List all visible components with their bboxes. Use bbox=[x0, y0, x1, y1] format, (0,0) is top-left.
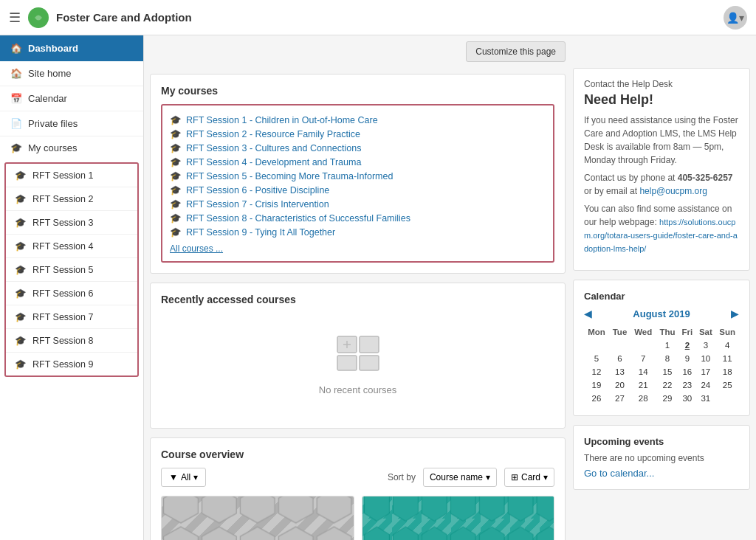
course-link-1[interactable]: 🎓 RFT Session 1 - Children in Out-of-Hom… bbox=[170, 113, 546, 127]
cal-day[interactable]: 19 bbox=[584, 378, 609, 392]
cal-day[interactable]: 5 bbox=[584, 352, 609, 365]
cal-prev-button[interactable]: ◀ bbox=[584, 308, 592, 319]
sidebar-item-private-files[interactable]: 📄 Private files bbox=[0, 111, 143, 136]
file-icon: 📄 bbox=[10, 118, 22, 129]
course-overview-title: Course overview bbox=[161, 449, 554, 460]
sort-select-button[interactable]: Course name ▾ bbox=[423, 468, 497, 487]
course-overview-card: Course overview ▼ All ▾ Sort by Course n… bbox=[150, 437, 566, 540]
hamburger-menu[interactable]: ☰ bbox=[9, 10, 21, 26]
cal-day[interactable]: 10 bbox=[695, 352, 715, 365]
sidebar-session-2[interactable]: 🎓 RFT Session 2 bbox=[6, 187, 137, 211]
course-link-2[interactable]: 🎓 RFT Session 2 - Resource Family Practi… bbox=[170, 127, 546, 141]
cal-day[interactable]: 21 bbox=[630, 378, 656, 392]
cal-day[interactable]: 3 bbox=[695, 339, 715, 352]
view-select-button[interactable]: ⊞ Card ▾ bbox=[504, 468, 554, 487]
course-name: RFT Session 2 - Resource Family Practice bbox=[186, 129, 360, 139]
cal-day[interactable]: 1 bbox=[656, 339, 679, 352]
help-email-link[interactable]: help@oucpm.org bbox=[639, 186, 707, 196]
course-card-thumb-1 bbox=[162, 496, 354, 540]
cal-day[interactable]: 13 bbox=[609, 365, 630, 378]
sidebar-session-5[interactable]: 🎓 RFT Session 5 bbox=[6, 258, 137, 282]
app-logo bbox=[28, 7, 49, 28]
cal-day[interactable]: 30 bbox=[678, 392, 695, 405]
sidebar-session-6[interactable]: 🎓 RFT Session 6 bbox=[6, 282, 137, 305]
cal-next-button[interactable]: ▶ bbox=[731, 308, 739, 319]
cap-icon: 🎓 bbox=[15, 288, 27, 299]
sidebar-session-4[interactable]: 🎓 RFT Session 4 bbox=[6, 235, 137, 258]
course-link-9[interactable]: 🎓 RFT Session 9 - Tying It All Together bbox=[170, 225, 546, 239]
customize-button[interactable]: Customize this page bbox=[466, 41, 566, 62]
sidebar-item-calendar[interactable]: 📅 Calendar bbox=[0, 86, 143, 111]
sidebar-session-8[interactable]: 🎓 RFT Session 8 bbox=[6, 329, 137, 353]
course-link-3[interactable]: 🎓 RFT Session 3 - Cultures and Connectio… bbox=[170, 141, 546, 155]
cap-icon: 🎓 bbox=[15, 240, 27, 252]
filter-button[interactable]: ▼ All ▾ bbox=[161, 468, 206, 487]
cal-header-tue: Tue bbox=[609, 325, 630, 339]
cap-icon: 🎓 bbox=[170, 170, 182, 181]
my-courses-card: My courses 🎓 RFT Session 1 - Children in… bbox=[150, 74, 566, 274]
chevron-down-icon: ▾ bbox=[486, 472, 490, 482]
cap-icon: 🎓 bbox=[15, 311, 27, 322]
my-courses-box: 🎓 RFT Session 1 - Children in Out-of-Hom… bbox=[161, 104, 554, 263]
cal-day[interactable]: 20 bbox=[609, 378, 630, 392]
cal-day[interactable]: 18 bbox=[715, 365, 739, 378]
no-recent-text: No recent courses bbox=[319, 384, 397, 395]
help-text-2: Contact us by phone at bbox=[584, 173, 675, 183]
svg-rect-2 bbox=[360, 336, 379, 353]
cal-day[interactable]: 29 bbox=[656, 392, 679, 405]
cal-day[interactable]: 23 bbox=[678, 378, 695, 392]
cal-day[interactable]: 25 bbox=[715, 378, 739, 392]
course-name: RFT Session 5 - Becoming More Trauma-Inf… bbox=[186, 171, 393, 181]
course-link-8[interactable]: 🎓 RFT Session 8 - Characteristics of Suc… bbox=[170, 211, 546, 225]
cal-header-wed: Wed bbox=[630, 325, 656, 339]
course-link-4[interactable]: 🎓 RFT Session 4 - Development and Trauma bbox=[170, 155, 546, 169]
main-layout: 🏠 Dashboard 🏠 Site home 📅 Calendar 📄 Pri… bbox=[0, 35, 756, 540]
sidebar-session-7[interactable]: 🎓 RFT Session 7 bbox=[6, 305, 137, 329]
cal-day[interactable]: 22 bbox=[656, 378, 679, 392]
session-label: RFT Session 6 bbox=[32, 288, 93, 299]
course-name: RFT Session 8 - Characteristics of Succe… bbox=[186, 213, 410, 224]
cal-day[interactable]: 4 bbox=[715, 339, 739, 352]
svg-rect-3 bbox=[337, 356, 357, 370]
sidebar-item-site-home[interactable]: 🏠 Site home bbox=[0, 61, 143, 86]
course-link-7[interactable]: 🎓 RFT Session 7 - Crisis Intervention bbox=[170, 197, 546, 211]
cal-day[interactable]: 27 bbox=[609, 392, 630, 405]
cal-day[interactable]: 24 bbox=[695, 378, 715, 392]
cal-day[interactable]: 28 bbox=[630, 392, 656, 405]
cal-header-mon: Mon bbox=[584, 325, 609, 339]
cal-day[interactable]: 9 bbox=[678, 352, 695, 365]
cal-day[interactable]: 12 bbox=[584, 365, 609, 378]
cal-day[interactable]: 6 bbox=[609, 352, 630, 365]
cal-day[interactable]: 14 bbox=[630, 365, 656, 378]
cap-icon: 🎓 bbox=[15, 217, 27, 228]
cal-day[interactable]: 15 bbox=[656, 365, 679, 378]
my-courses-card-title: My courses bbox=[161, 85, 554, 97]
cal-day[interactable]: 8 bbox=[656, 352, 679, 365]
cal-day[interactable]: 17 bbox=[695, 365, 715, 378]
session-label: RFT Session 7 bbox=[32, 312, 93, 322]
user-avatar[interactable]: 👤▾ bbox=[724, 6, 747, 30]
course-link-5[interactable]: 🎓 RFT Session 5 - Becoming More Trauma-I… bbox=[170, 169, 546, 183]
cal-day[interactable]: 11 bbox=[715, 352, 739, 365]
sidebar-session-1[interactable]: 🎓 RFT Session 1 bbox=[6, 164, 137, 187]
upcoming-events-card: Upcoming events There are no upcoming ev… bbox=[573, 425, 750, 490]
session-label: RFT Session 3 bbox=[32, 218, 93, 228]
filter-label: All bbox=[181, 472, 190, 482]
cal-day[interactable]: 31 bbox=[695, 392, 715, 405]
cal-day bbox=[584, 339, 609, 352]
calendar-card: Calendar ◀ August 2019 ▶ Mon Tue Wed Th bbox=[573, 280, 750, 416]
chevron-down-icon: ▾ bbox=[193, 472, 198, 482]
sidebar-session-9[interactable]: 🎓 RFT Session 9 bbox=[6, 353, 137, 375]
all-courses-link[interactable]: All courses ... bbox=[170, 243, 223, 254]
session-label: RFT Session 2 bbox=[32, 194, 93, 204]
course-overview-controls: ▼ All ▾ Sort by Course name ▾ ⊞ Card bbox=[161, 468, 554, 487]
cal-day[interactable]: 26 bbox=[584, 392, 609, 405]
cal-day[interactable]: 2 bbox=[678, 339, 695, 352]
svg-rect-10 bbox=[362, 496, 554, 540]
cal-day[interactable]: 7 bbox=[630, 352, 656, 365]
cal-day[interactable]: 16 bbox=[678, 365, 695, 378]
course-link-6[interactable]: 🎓 RFT Session 6 - Positive Discipline bbox=[170, 183, 546, 197]
go-to-calendar-link[interactable]: Go to calendar... bbox=[584, 468, 654, 479]
sidebar-dashboard[interactable]: 🏠 Dashboard bbox=[0, 35, 143, 61]
sidebar-session-3[interactable]: 🎓 RFT Session 3 bbox=[6, 211, 137, 235]
